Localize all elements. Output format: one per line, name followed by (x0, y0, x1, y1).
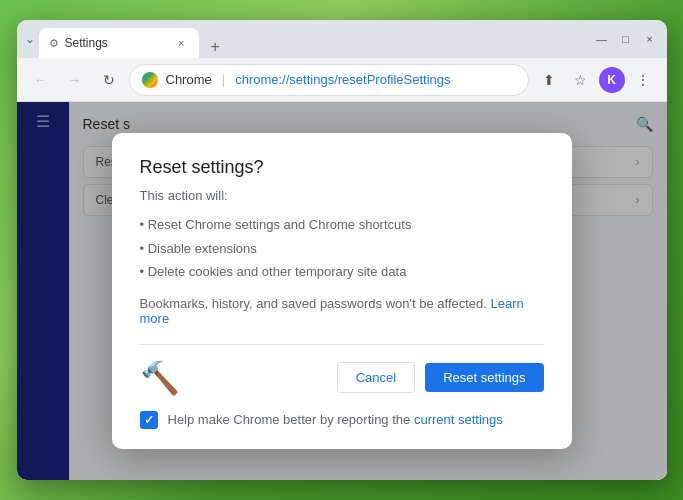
modal-actions: 🔨 Cancel Reset settings (140, 344, 544, 397)
chevron-icon: ⌄ (25, 32, 35, 46)
bookmark-button[interactable]: ☆ (567, 66, 595, 94)
reset-settings-button[interactable]: Reset settings (425, 363, 543, 392)
modal-note: Bookmarks, history, and saved passwords … (140, 296, 544, 326)
address-url-highlight: settings (289, 72, 334, 87)
modal-note-text: Bookmarks, history, and saved passwords … (140, 296, 487, 311)
footer-text-content: Help make Chrome better by reporting the (168, 412, 411, 427)
address-chrome-label: Chrome (166, 72, 212, 87)
address-url-suffix: /resetProfileSettings (334, 72, 450, 87)
profile-button[interactable]: K (599, 67, 625, 93)
footer-text: Help make Chrome better by reporting the… (168, 412, 503, 427)
modal-subtitle: This action will: (140, 188, 544, 203)
forward-button[interactable]: → (61, 66, 89, 94)
tab-favicon: ⚙ (49, 37, 59, 50)
current-settings-link[interactable]: current settings (414, 412, 503, 427)
toolbar: ← → ↻ Chrome | chrome://settings/resetPr… (17, 58, 667, 102)
modal-list-item-2: Disable extensions (140, 237, 544, 260)
back-button[interactable]: ← (27, 66, 55, 94)
chrome-logo-icon (142, 72, 158, 88)
cancel-button[interactable]: Cancel (337, 362, 415, 393)
window-controls: — □ × (593, 30, 659, 48)
toolbar-actions: ⬆ ☆ K ⋮ (535, 66, 657, 94)
title-bar: ⌄ ⚙ Settings × + — □ × (17, 20, 667, 58)
modal-title: Reset settings? (140, 157, 544, 178)
modal-list-item-1: Reset Chrome settings and Chrome shortcu… (140, 213, 544, 236)
refresh-button[interactable]: ↻ (95, 66, 123, 94)
report-settings-checkbox[interactable] (140, 411, 158, 429)
hammer-icon: 🔨 (140, 359, 180, 397)
modal-list: Reset Chrome settings and Chrome shortcu… (140, 213, 544, 283)
reset-settings-modal: Reset settings? This action will: Reset … (112, 133, 572, 448)
close-button[interactable]: × (641, 30, 659, 48)
browser-window: ⌄ ⚙ Settings × + — □ × ← → ↻ Chrome | ch… (17, 20, 667, 480)
modal-footer: Help make Chrome better by reporting the… (140, 411, 544, 429)
address-separator: | (222, 72, 225, 87)
tabs-area: ⚙ Settings × + (39, 20, 585, 58)
share-button[interactable]: ⬆ (535, 66, 563, 94)
settings-tab[interactable]: ⚙ Settings × (39, 28, 199, 58)
maximize-button[interactable]: □ (617, 30, 635, 48)
page-content: ☰ Reset s 🔍 Res › Clea › Reset settings?… (17, 102, 667, 480)
address-bar[interactable]: Chrome | chrome://settings/resetProfileS… (129, 64, 529, 96)
minimize-area: ⌄ (25, 32, 35, 46)
minimize-button[interactable]: — (593, 30, 611, 48)
address-url-prefix: chrome:// (235, 72, 289, 87)
modal-list-item-3: Delete cookies and other temporary site … (140, 260, 544, 283)
modal-overlay: Reset settings? This action will: Reset … (17, 102, 667, 480)
tab-title: Settings (65, 36, 169, 50)
address-url: chrome://settings/resetProfileSettings (235, 72, 450, 87)
tab-close-button[interactable]: × (174, 35, 188, 51)
modal-buttons: Cancel Reset settings (337, 362, 544, 393)
new-tab-button[interactable]: + (205, 36, 226, 58)
menu-button[interactable]: ⋮ (629, 66, 657, 94)
